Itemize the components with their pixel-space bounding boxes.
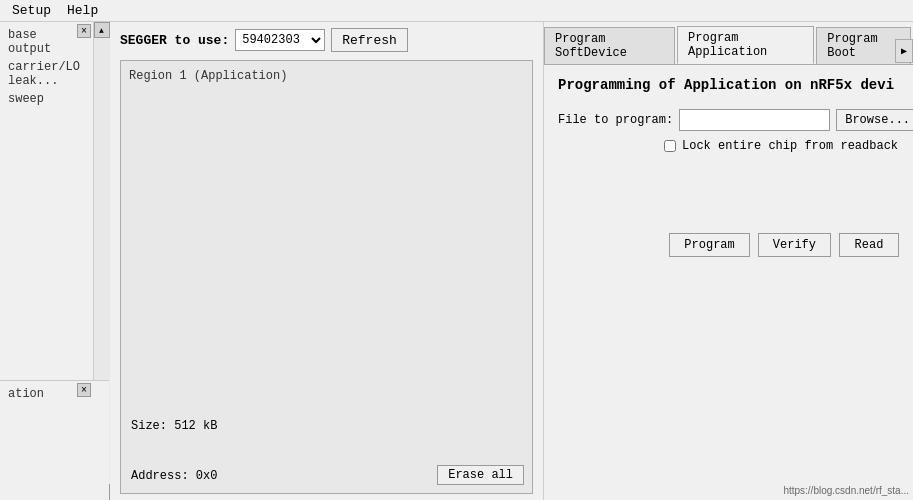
segger-bar: SEGGER to use: 59402303 Refresh bbox=[120, 28, 533, 52]
region-title: Region 1 (Application) bbox=[129, 69, 524, 83]
tabs-bar: Program SoftDevice Program Application P… bbox=[544, 22, 913, 65]
left-panel-bottom: × ation bbox=[0, 380, 109, 500]
verify-button[interactable]: Verify bbox=[758, 233, 831, 257]
sidebar-item-sweep[interactable]: sweep bbox=[4, 90, 89, 108]
menu-help[interactable]: Help bbox=[59, 1, 106, 20]
segger-label: SEGGER to use: bbox=[120, 33, 229, 48]
main-container: × ▲ ▼ base output carrier/LO leak... swe… bbox=[0, 22, 913, 500]
tab-application[interactable]: Program Application bbox=[677, 26, 814, 64]
tab-nav-button[interactable]: ▶ bbox=[895, 39, 913, 63]
middle-panel: SEGGER to use: 59402303 Refresh Region 1… bbox=[110, 22, 543, 500]
sidebar-item-carrier-lo[interactable]: carrier/LO leak... bbox=[4, 58, 89, 90]
browse-button[interactable]: Browse... bbox=[836, 109, 913, 131]
left-panel: × ▲ ▼ base output carrier/LO leak... swe… bbox=[0, 22, 110, 500]
tab-softdevice[interactable]: Program SoftDevice bbox=[544, 27, 675, 64]
tab-content: Programming of Application on nRF5x devi… bbox=[544, 65, 913, 500]
lock-chip-row: Lock entire chip from readback bbox=[558, 139, 899, 153]
read-button[interactable]: Read bbox=[839, 233, 899, 257]
lock-checkbox[interactable] bbox=[664, 140, 676, 152]
region-address: Address: 0x0 bbox=[131, 469, 217, 483]
erase-all-button[interactable]: Erase all bbox=[437, 465, 524, 485]
left-panel-close-btn[interactable]: × bbox=[77, 24, 91, 38]
left-panel-bottom-content: ation bbox=[0, 381, 109, 407]
segger-select[interactable]: 59402303 bbox=[235, 29, 325, 51]
right-panel: Program SoftDevice Program Application P… bbox=[543, 22, 913, 500]
region-box: Region 1 (Application) Size: 512 kB Addr… bbox=[120, 60, 533, 494]
tab-title: Programming of Application on nRF5x devi bbox=[558, 77, 899, 93]
lock-label: Lock entire chip from readback bbox=[682, 139, 898, 153]
scroll-up-btn[interactable]: ▲ bbox=[94, 22, 110, 38]
left-panel-bottom-close-btn[interactable]: × bbox=[77, 383, 91, 397]
menu-bar: Setup Help bbox=[0, 0, 913, 22]
watermark: https://blog.csdn.net/rf_sta... bbox=[783, 485, 909, 496]
refresh-button[interactable]: Refresh bbox=[331, 28, 408, 52]
menu-setup[interactable]: Setup bbox=[4, 1, 59, 20]
program-button[interactable]: Program bbox=[669, 233, 749, 257]
file-label: File to program: bbox=[558, 113, 673, 127]
file-to-program-row: File to program: Browse... bbox=[558, 109, 899, 131]
region-size: Size: 512 kB bbox=[131, 419, 217, 433]
action-buttons: Program Verify Read bbox=[558, 173, 899, 257]
file-input[interactable] bbox=[679, 109, 830, 131]
